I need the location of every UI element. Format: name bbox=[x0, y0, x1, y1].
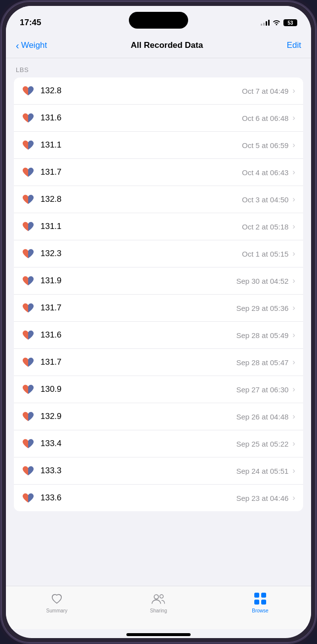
chevron-right-icon: › bbox=[292, 493, 295, 503]
record-weight-value: 133.3 bbox=[40, 466, 236, 476]
record-date: Sep 29 at 05:36 bbox=[236, 304, 288, 312]
chevron-right-icon: › bbox=[292, 222, 295, 231]
tab-browse-label: Browse bbox=[252, 608, 268, 613]
record-weight-value: 131.1 bbox=[40, 140, 242, 150]
signal-bar-3 bbox=[266, 21, 267, 26]
table-row[interactable]: 132.8Oct 7 at 04:49› bbox=[14, 77, 303, 105]
phone-screen: 17:45 53 bbox=[6, 6, 311, 638]
unit-header: LBS bbox=[6, 58, 311, 77]
chevron-right-icon: › bbox=[292, 167, 295, 177]
svg-rect-34 bbox=[254, 593, 259, 598]
table-row[interactable]: 133.4Sep 25 at 05:22› bbox=[14, 430, 303, 457]
edit-button[interactable]: Edit bbox=[287, 40, 301, 50]
health-heart-icon bbox=[22, 139, 35, 152]
health-heart-icon bbox=[22, 166, 35, 179]
record-date: Sep 30 at 04:52 bbox=[236, 277, 288, 285]
chevron-right-icon: › bbox=[292, 439, 295, 449]
chevron-right-icon: › bbox=[292, 412, 295, 421]
chevron-right-icon: › bbox=[292, 194, 295, 204]
record-date: Oct 7 at 04:49 bbox=[242, 87, 288, 95]
svg-point-32 bbox=[154, 595, 158, 599]
browse-icon bbox=[253, 591, 268, 606]
tab-summary-label: Summary bbox=[46, 608, 68, 613]
record-date: Sep 24 at 05:51 bbox=[236, 467, 288, 475]
signal-bars bbox=[261, 20, 270, 26]
table-row[interactable]: 131.6Sep 28 at 05:49› bbox=[14, 322, 303, 349]
back-label: Weight bbox=[21, 40, 47, 50]
status-icons: 53 bbox=[261, 19, 297, 27]
chevron-right-icon: › bbox=[292, 330, 295, 340]
record-weight-value: 131.9 bbox=[40, 276, 236, 286]
chevron-right-icon: › bbox=[292, 140, 295, 150]
chevron-right-icon: › bbox=[292, 86, 295, 96]
record-weight-value: 133.6 bbox=[40, 493, 236, 503]
table-row[interactable]: 133.6Sep 23 at 04:46› bbox=[14, 485, 303, 511]
chevron-right-icon: › bbox=[292, 466, 295, 476]
record-date: Oct 4 at 06:43 bbox=[242, 168, 288, 177]
back-button[interactable]: ‹ Weight bbox=[16, 40, 47, 50]
health-heart-icon bbox=[22, 356, 35, 369]
record-date: Oct 1 at 05:15 bbox=[242, 250, 288, 258]
table-row[interactable]: 131.1Oct 5 at 06:59› bbox=[14, 132, 303, 159]
table-row[interactable]: 132.3Oct 1 at 05:15› bbox=[14, 240, 303, 267]
health-heart-icon bbox=[22, 302, 35, 314]
table-row[interactable]: 131.6Oct 6 at 06:48› bbox=[14, 105, 303, 132]
record-weight-value: 131.7 bbox=[40, 167, 242, 177]
chevron-right-icon: › bbox=[292, 303, 295, 313]
health-heart-icon bbox=[22, 247, 35, 260]
table-row[interactable]: 131.7Sep 28 at 05:47› bbox=[14, 349, 303, 376]
record-weight-value: 131.1 bbox=[40, 222, 242, 231]
record-weight-value: 132.8 bbox=[40, 194, 242, 204]
record-weight-value: 133.4 bbox=[40, 439, 236, 449]
table-row[interactable]: 133.3Sep 24 at 05:51› bbox=[14, 457, 303, 485]
record-date: Oct 6 at 06:48 bbox=[242, 114, 288, 122]
svg-rect-36 bbox=[254, 600, 259, 605]
record-weight-value: 131.6 bbox=[40, 330, 236, 340]
chevron-right-icon: › bbox=[292, 357, 295, 367]
nav-header: ‹ Weight All Recorded Data Edit bbox=[6, 33, 311, 58]
table-row[interactable]: 132.8Oct 3 at 04:50› bbox=[14, 186, 303, 213]
health-heart-icon bbox=[22, 464, 35, 477]
tab-bar: Summary Sharing bbox=[6, 586, 311, 629]
record-date: Sep 25 at 05:22 bbox=[236, 440, 288, 448]
record-weight-value: 132.9 bbox=[40, 412, 236, 421]
tab-sharing[interactable]: Sharing bbox=[108, 591, 209, 613]
record-weight-value: 131.6 bbox=[40, 113, 242, 123]
record-weight-value: 132.8 bbox=[40, 86, 242, 96]
content-area: LBS 132.8Oct 7 at 04:49› bbox=[6, 58, 311, 586]
health-heart-icon bbox=[22, 437, 35, 450]
chevron-right-icon: › bbox=[292, 113, 295, 123]
tab-sharing-label: Sharing bbox=[150, 608, 167, 613]
battery-icon: 53 bbox=[283, 19, 297, 26]
record-date: Sep 23 at 04:46 bbox=[236, 494, 288, 502]
record-date: Sep 26 at 04:48 bbox=[236, 413, 288, 421]
svg-rect-35 bbox=[261, 593, 266, 598]
table-row[interactable]: 131.7Sep 29 at 05:36› bbox=[14, 295, 303, 322]
chevron-right-icon: › bbox=[292, 276, 295, 286]
record-date: Oct 5 at 06:59 bbox=[242, 141, 288, 150]
record-date: Oct 2 at 05:18 bbox=[242, 223, 288, 231]
signal-bar-4 bbox=[268, 20, 270, 26]
health-heart-icon bbox=[22, 329, 35, 341]
record-date: Oct 3 at 04:50 bbox=[242, 195, 288, 204]
tab-browse[interactable]: Browse bbox=[209, 591, 311, 613]
table-row[interactable]: 132.9Sep 26 at 04:48› bbox=[14, 403, 303, 430]
health-heart-icon bbox=[22, 193, 35, 206]
health-heart-icon bbox=[22, 274, 35, 287]
page-title: All Recorded Data bbox=[131, 40, 203, 50]
tab-summary[interactable]: Summary bbox=[6, 591, 108, 613]
home-indicator bbox=[126, 633, 191, 636]
chevron-right-icon: › bbox=[292, 249, 295, 259]
health-heart-icon bbox=[22, 220, 35, 233]
health-heart-icon bbox=[22, 84, 35, 97]
record-date: Sep 28 at 05:49 bbox=[236, 331, 288, 340]
health-heart-icon bbox=[22, 383, 35, 396]
record-weight-value: 131.7 bbox=[40, 303, 236, 313]
table-row[interactable]: 131.9Sep 30 at 04:52› bbox=[14, 267, 303, 295]
health-heart-icon bbox=[22, 112, 35, 124]
chevron-right-icon: › bbox=[292, 384, 295, 394]
table-row[interactable]: 131.1Oct 2 at 05:18› bbox=[14, 213, 303, 240]
table-row[interactable]: 131.7Oct 4 at 06:43› bbox=[14, 159, 303, 186]
health-heart-icon bbox=[22, 492, 35, 504]
table-row[interactable]: 130.9Sep 27 at 06:30› bbox=[14, 376, 303, 403]
